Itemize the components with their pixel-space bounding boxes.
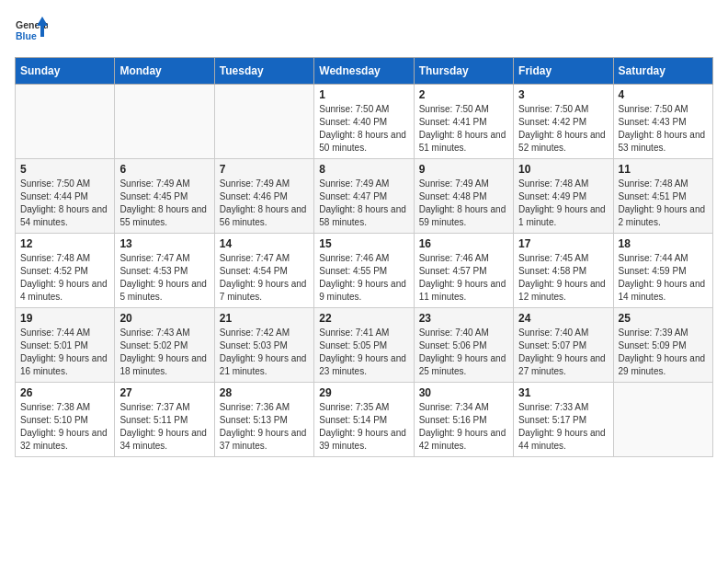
day-info: Sunrise: 7:49 AMSunset: 4:47 PMDaylight:… bbox=[319, 178, 406, 227]
day-header-wednesday: Wednesday bbox=[314, 58, 414, 85]
day-info: Sunrise: 7:48 AMSunset: 4:52 PMDaylight:… bbox=[20, 253, 108, 302]
day-number: 2 bbox=[419, 88, 508, 101]
day-cell: 17Sunrise: 7:45 AMSunset: 4:58 PMDayligh… bbox=[514, 234, 613, 308]
day-cell: 30Sunrise: 7:34 AMSunset: 5:16 PMDayligh… bbox=[414, 383, 513, 457]
day-cell: 12Sunrise: 7:48 AMSunset: 4:52 PMDayligh… bbox=[16, 234, 115, 308]
day-header-thursday: Thursday bbox=[414, 58, 513, 85]
day-cell: 31Sunrise: 7:33 AMSunset: 5:17 PMDayligh… bbox=[514, 383, 613, 457]
day-number: 16 bbox=[419, 237, 508, 250]
day-number: 9 bbox=[419, 163, 508, 176]
day-number: 28 bbox=[220, 386, 309, 399]
day-cell: 7Sunrise: 7:49 AMSunset: 4:46 PMDaylight… bbox=[214, 159, 313, 234]
day-cell: 2Sunrise: 7:50 AMSunset: 4:41 PMDaylight… bbox=[414, 85, 513, 159]
day-header-friday: Friday bbox=[514, 58, 613, 85]
day-number: 30 bbox=[419, 386, 508, 399]
day-number: 15 bbox=[319, 237, 408, 250]
week-row-3: 12Sunrise: 7:48 AMSunset: 4:52 PMDayligh… bbox=[16, 234, 713, 308]
day-info: Sunrise: 7:45 AMSunset: 4:58 PMDaylight:… bbox=[518, 253, 606, 302]
day-info: Sunrise: 7:46 AMSunset: 4:55 PMDaylight:… bbox=[319, 253, 406, 302]
day-cell: 1Sunrise: 7:50 AMSunset: 4:40 PMDaylight… bbox=[314, 85, 414, 159]
day-info: Sunrise: 7:35 AMSunset: 5:14 PMDaylight:… bbox=[319, 402, 406, 451]
day-cell: 23Sunrise: 7:40 AMSunset: 5:06 PMDayligh… bbox=[414, 308, 513, 383]
day-info: Sunrise: 7:40 AMSunset: 5:07 PMDaylight:… bbox=[518, 327, 606, 376]
day-cell: 5Sunrise: 7:50 AMSunset: 4:44 PMDaylight… bbox=[16, 159, 115, 234]
header-row: SundayMondayTuesdayWednesdayThursdayFrid… bbox=[16, 58, 713, 85]
day-cell: 25Sunrise: 7:39 AMSunset: 5:09 PMDayligh… bbox=[613, 308, 712, 383]
logo: General Blue bbox=[15, 15, 48, 48]
day-number: 12 bbox=[20, 237, 109, 250]
day-cell: 8Sunrise: 7:49 AMSunset: 4:47 PMDaylight… bbox=[314, 159, 414, 234]
day-number: 5 bbox=[20, 163, 109, 176]
day-info: Sunrise: 7:50 AMSunset: 4:40 PMDaylight:… bbox=[319, 104, 406, 153]
day-info: Sunrise: 7:39 AMSunset: 5:09 PMDaylight:… bbox=[619, 327, 706, 376]
svg-text:Blue: Blue bbox=[16, 30, 37, 41]
day-number: 3 bbox=[518, 88, 608, 101]
day-info: Sunrise: 7:33 AMSunset: 5:17 PMDaylight:… bbox=[518, 402, 606, 451]
day-number: 20 bbox=[119, 312, 209, 325]
week-row-5: 26Sunrise: 7:38 AMSunset: 5:10 PMDayligh… bbox=[16, 383, 713, 457]
day-number: 22 bbox=[319, 312, 408, 325]
day-info: Sunrise: 7:41 AMSunset: 5:05 PMDaylight:… bbox=[319, 327, 406, 376]
day-number: 24 bbox=[518, 312, 608, 325]
day-cell: 24Sunrise: 7:40 AMSunset: 5:07 PMDayligh… bbox=[514, 308, 613, 383]
day-cell: 22Sunrise: 7:41 AMSunset: 5:05 PMDayligh… bbox=[314, 308, 414, 383]
day-number: 7 bbox=[220, 163, 309, 176]
day-header-tuesday: Tuesday bbox=[214, 58, 313, 85]
day-info: Sunrise: 7:37 AMSunset: 5:11 PMDaylight:… bbox=[119, 402, 207, 451]
day-number: 4 bbox=[619, 88, 708, 101]
day-info: Sunrise: 7:43 AMSunset: 5:02 PMDaylight:… bbox=[119, 327, 207, 376]
day-info: Sunrise: 7:50 AMSunset: 4:43 PMDaylight:… bbox=[619, 104, 706, 153]
day-number: 29 bbox=[319, 386, 408, 399]
day-number: 25 bbox=[619, 312, 708, 325]
day-info: Sunrise: 7:48 AMSunset: 4:49 PMDaylight:… bbox=[518, 178, 606, 227]
week-row-2: 5Sunrise: 7:50 AMSunset: 4:44 PMDaylight… bbox=[16, 159, 713, 234]
day-cell: 28Sunrise: 7:36 AMSunset: 5:13 PMDayligh… bbox=[214, 383, 313, 457]
day-info: Sunrise: 7:49 AMSunset: 4:45 PMDaylight:… bbox=[119, 178, 207, 227]
day-cell: 10Sunrise: 7:48 AMSunset: 4:49 PMDayligh… bbox=[514, 159, 613, 234]
day-number: 8 bbox=[319, 163, 408, 176]
day-info: Sunrise: 7:42 AMSunset: 5:03 PMDaylight:… bbox=[220, 327, 307, 376]
day-number: 27 bbox=[119, 386, 209, 399]
day-header-sunday: Sunday bbox=[16, 58, 115, 85]
day-info: Sunrise: 7:47 AMSunset: 4:53 PMDaylight:… bbox=[119, 253, 207, 302]
day-cell: 19Sunrise: 7:44 AMSunset: 5:01 PMDayligh… bbox=[16, 308, 115, 383]
day-info: Sunrise: 7:50 AMSunset: 4:42 PMDaylight:… bbox=[518, 104, 606, 153]
day-number: 21 bbox=[220, 312, 309, 325]
day-info: Sunrise: 7:44 AMSunset: 4:59 PMDaylight:… bbox=[619, 253, 706, 302]
day-cell bbox=[16, 85, 115, 159]
header: General Blue bbox=[15, 15, 713, 48]
day-number: 6 bbox=[119, 163, 209, 176]
day-cell: 21Sunrise: 7:42 AMSunset: 5:03 PMDayligh… bbox=[214, 308, 313, 383]
day-cell: 9Sunrise: 7:49 AMSunset: 4:48 PMDaylight… bbox=[414, 159, 513, 234]
day-header-saturday: Saturday bbox=[613, 58, 712, 85]
day-cell: 29Sunrise: 7:35 AMSunset: 5:14 PMDayligh… bbox=[314, 383, 414, 457]
day-info: Sunrise: 7:50 AMSunset: 4:41 PMDaylight:… bbox=[419, 104, 506, 153]
day-number: 19 bbox=[20, 312, 109, 325]
day-cell: 20Sunrise: 7:43 AMSunset: 5:02 PMDayligh… bbox=[115, 308, 214, 383]
day-cell: 11Sunrise: 7:48 AMSunset: 4:51 PMDayligh… bbox=[613, 159, 712, 234]
day-number: 10 bbox=[518, 163, 608, 176]
day-number: 17 bbox=[518, 237, 608, 250]
day-cell bbox=[613, 383, 712, 457]
day-cell bbox=[214, 85, 313, 159]
day-number: 11 bbox=[619, 163, 708, 176]
day-cell: 3Sunrise: 7:50 AMSunset: 4:42 PMDaylight… bbox=[514, 85, 613, 159]
day-number: 18 bbox=[619, 237, 708, 250]
day-info: Sunrise: 7:49 AMSunset: 4:46 PMDaylight:… bbox=[220, 178, 307, 227]
day-info: Sunrise: 7:46 AMSunset: 4:57 PMDaylight:… bbox=[419, 253, 506, 302]
day-cell: 6Sunrise: 7:49 AMSunset: 4:45 PMDaylight… bbox=[115, 159, 214, 234]
day-number: 14 bbox=[220, 237, 309, 250]
day-cell: 18Sunrise: 7:44 AMSunset: 4:59 PMDayligh… bbox=[613, 234, 712, 308]
day-info: Sunrise: 7:38 AMSunset: 5:10 PMDaylight:… bbox=[20, 402, 108, 451]
day-info: Sunrise: 7:40 AMSunset: 5:06 PMDaylight:… bbox=[419, 327, 506, 376]
day-cell: 27Sunrise: 7:37 AMSunset: 5:11 PMDayligh… bbox=[115, 383, 214, 457]
day-info: Sunrise: 7:44 AMSunset: 5:01 PMDaylight:… bbox=[20, 327, 108, 376]
day-number: 26 bbox=[20, 386, 109, 399]
week-row-4: 19Sunrise: 7:44 AMSunset: 5:01 PMDayligh… bbox=[16, 308, 713, 383]
day-number: 13 bbox=[119, 237, 209, 250]
day-header-monday: Monday bbox=[115, 58, 214, 85]
day-info: Sunrise: 7:36 AMSunset: 5:13 PMDaylight:… bbox=[220, 402, 307, 451]
calendar-table: SundayMondayTuesdayWednesdayThursdayFrid… bbox=[15, 57, 713, 457]
day-cell: 26Sunrise: 7:38 AMSunset: 5:10 PMDayligh… bbox=[16, 383, 115, 457]
day-info: Sunrise: 7:50 AMSunset: 4:44 PMDaylight:… bbox=[20, 178, 108, 227]
